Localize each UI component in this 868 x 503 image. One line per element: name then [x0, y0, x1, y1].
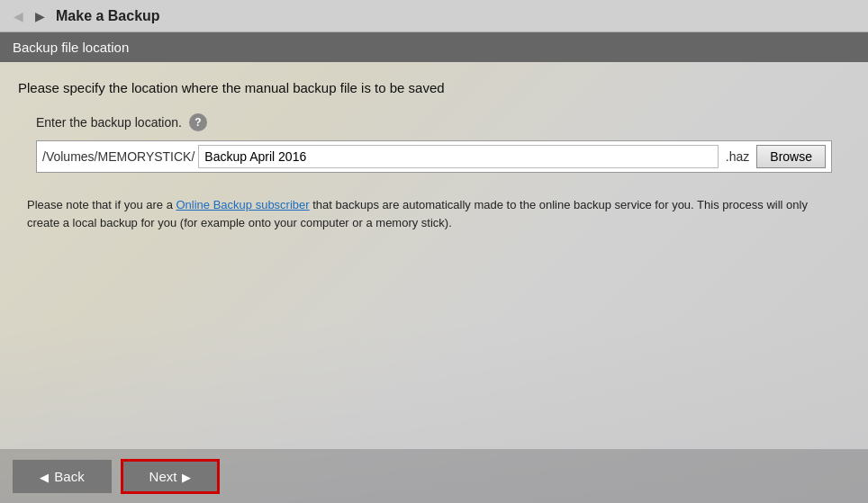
path-suffix: .haz	[719, 149, 756, 164]
window: ◀ ▶ Make a Backup Backup file location P…	[0, 0, 868, 503]
content-area: Please specify the location where the ma…	[0, 62, 868, 449]
section-header-text: Backup file location	[13, 40, 129, 55]
note-part1: Please note that if you are a	[27, 198, 176, 211]
window-title: Make a Backup	[56, 8, 160, 24]
help-icon[interactable]: ?	[189, 113, 207, 131]
location-label: Enter the backup location.	[36, 115, 182, 130]
browse-button[interactable]: Browse	[756, 145, 826, 168]
filename-input[interactable]	[198, 145, 719, 168]
label-row: Enter the backup location. ?	[36, 113, 850, 131]
online-backup-link[interactable]: Online Backup subscriber	[176, 198, 310, 211]
next-button-label: Next	[149, 469, 177, 484]
note-text: Please note that if you are a Online Bac…	[27, 196, 841, 231]
back-button-label: Back	[54, 469, 84, 484]
title-bar: ◀ ▶ Make a Backup	[0, 0, 868, 32]
back-nav-arrow[interactable]: ◀	[9, 7, 27, 25]
next-button[interactable]: Next	[121, 459, 220, 494]
path-prefix: /Volumes/MEMORYSTICK/	[42, 149, 198, 164]
forward-nav-arrow[interactable]: ▶	[31, 7, 49, 25]
section-header: Backup file location	[0, 32, 868, 62]
main-instruction: Please specify the location where the ma…	[18, 80, 850, 95]
back-arrow-icon	[40, 469, 49, 484]
nav-arrows: ◀ ▶	[9, 7, 49, 25]
next-arrow-icon	[182, 469, 191, 484]
spacer	[18, 246, 850, 440]
file-path-container: /Volumes/MEMORYSTICK/ .haz Browse	[36, 140, 832, 173]
bottom-bar: Back Next	[0, 449, 868, 503]
back-button[interactable]: Back	[13, 460, 112, 493]
